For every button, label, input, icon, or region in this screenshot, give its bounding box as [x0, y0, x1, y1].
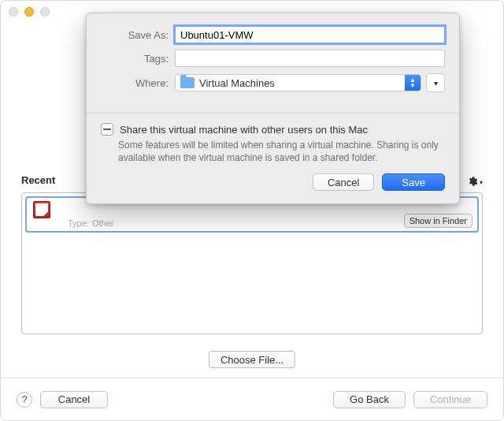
share-vm-description: Some features will be limited when shari… — [118, 139, 440, 164]
popup-arrows-icon: ▲▼ — [405, 75, 421, 91]
zoom-window-button[interactable] — [40, 7, 50, 17]
share-vm-label: Share this virtual machine with other us… — [120, 124, 368, 136]
folder-icon — [180, 77, 195, 88]
save-sheet-form: Save As: Tags: Where: Virtual Machines ▲… — [87, 13, 459, 113]
go-back-button[interactable]: Go Back — [333, 391, 406, 408]
chevron-down-icon: ▾ — [434, 79, 438, 88]
recent-list: Type: Other Show in Finder — [21, 192, 483, 334]
save-as-input[interactable] — [175, 26, 445, 43]
expand-save-panel-button[interactable]: ▾ — [426, 73, 445, 92]
save-as-row: Save As: — [101, 26, 445, 43]
where-label: Where: — [101, 77, 175, 89]
minimize-window-button[interactable] — [24, 7, 34, 17]
where-row: Where: Virtual Machines ▲▼ ▾ — [101, 73, 445, 92]
gear-icon — [467, 176, 478, 189]
chevron-down-icon: ▾ — [480, 179, 483, 186]
sheet-button-row: Cancel Save — [87, 170, 459, 203]
row-type-label: Type: — [68, 218, 89, 228]
show-in-finder-button[interactable]: Show in Finder — [404, 214, 472, 228]
row-type-value: Other — [92, 218, 114, 228]
choose-file-button[interactable]: Choose File... — [209, 351, 295, 368]
save-as-label: Save As: — [101, 29, 175, 41]
sheet-cancel-button[interactable]: Cancel — [313, 173, 374, 191]
close-window-button[interactable] — [9, 7, 18, 17]
share-section: Share this virtual machine with other us… — [87, 114, 459, 170]
share-vm-checkbox[interactable] — [101, 123, 113, 136]
tags-input[interactable] — [175, 50, 445, 67]
tags-label: Tags: — [101, 53, 175, 65]
where-popup-button[interactable]: Virtual Machines ▲▼ — [175, 74, 421, 91]
sheet-save-button[interactable]: Save — [382, 173, 445, 191]
recent-section-label: Recent — [21, 174, 55, 186]
tags-row: Tags: — [101, 50, 445, 67]
where-value: Virtual Machines — [199, 77, 275, 89]
vm-wizard-window: Recent ▾ Type: Other Show in Finder Choo… — [0, 0, 504, 421]
vm-file-icon — [33, 201, 50, 218]
save-sheet: Save As: Tags: Where: Virtual Machines ▲… — [86, 13, 460, 204]
wizard-cancel-button[interactable]: Cancel — [40, 391, 108, 408]
continue-button: Continue — [413, 391, 487, 408]
wizard-bottom-bar: ? Cancel Go Back Continue — [1, 378, 503, 420]
recent-actions-menu[interactable]: ▾ — [467, 176, 483, 189]
help-button[interactable]: ? — [17, 392, 32, 408]
